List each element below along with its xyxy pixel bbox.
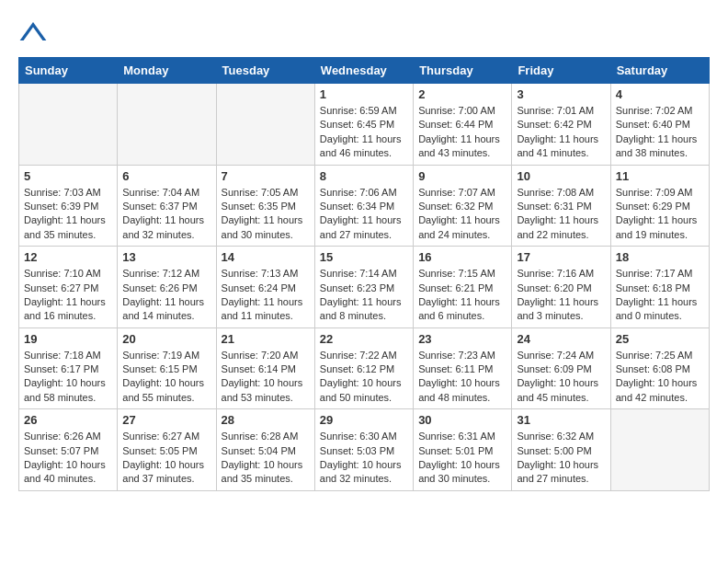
day-number: 4 (616, 87, 704, 101)
calendar-cell: 29Sunrise: 6:30 AMSunset: 5:03 PMDayligh… (314, 409, 413, 491)
day-number: 21 (222, 332, 310, 346)
calendar-cell: 25Sunrise: 7:25 AMSunset: 6:08 PMDayligh… (610, 327, 709, 409)
day-number: 15 (320, 250, 408, 264)
cell-content: Sunrise: 7:03 AMSunset: 6:39 PMDaylight:… (24, 186, 112, 243)
cell-content: Sunrise: 6:26 AMSunset: 5:07 PMDaylight:… (24, 430, 112, 487)
header-cell-friday: Friday (512, 58, 610, 84)
cell-content: Sunrise: 6:27 AMSunset: 5:05 PMDaylight:… (122, 430, 210, 487)
cell-content: Sunrise: 7:25 AMSunset: 6:08 PMDaylight:… (616, 349, 704, 406)
calendar-cell: 17Sunrise: 7:16 AMSunset: 6:20 PMDayligh… (512, 247, 610, 328)
day-number: 16 (418, 250, 506, 264)
calendar-cell (216, 84, 314, 166)
week-row-2: 12Sunrise: 7:10 AMSunset: 6:27 PMDayligh… (19, 247, 710, 328)
header-cell-thursday: Thursday (414, 58, 512, 84)
cell-content: Sunrise: 7:00 AMSunset: 6:44 PMDaylight:… (418, 104, 506, 161)
calendar-cell: 27Sunrise: 6:27 AMSunset: 5:05 PMDayligh… (118, 409, 216, 491)
cell-content: Sunrise: 7:05 AMSunset: 6:35 PMDaylight:… (222, 186, 310, 243)
header-cell-monday: Monday (118, 58, 216, 84)
day-number: 19 (24, 332, 112, 346)
cell-content: Sunrise: 7:16 AMSunset: 6:20 PMDaylight:… (517, 267, 605, 324)
day-number: 31 (517, 413, 605, 427)
cell-content: Sunrise: 7:09 AMSunset: 6:29 PMDaylight:… (616, 186, 704, 243)
day-number: 17 (517, 250, 605, 264)
cell-content: Sunrise: 7:04 AMSunset: 6:37 PMDaylight:… (122, 186, 210, 243)
header-cell-saturday: Saturday (610, 58, 709, 84)
cell-content: Sunrise: 7:06 AMSunset: 6:34 PMDaylight:… (320, 186, 408, 243)
cell-content: Sunrise: 7:10 AMSunset: 6:27 PMDaylight:… (24, 267, 112, 324)
day-number: 25 (616, 332, 704, 346)
calendar-cell: 1Sunrise: 6:59 AMSunset: 6:45 PMDaylight… (314, 84, 413, 166)
cell-content: Sunrise: 7:23 AMSunset: 6:11 PMDaylight:… (418, 349, 506, 406)
week-row-4: 26Sunrise: 6:26 AMSunset: 5:07 PMDayligh… (19, 409, 710, 491)
day-number: 20 (122, 332, 210, 346)
calendar-cell: 15Sunrise: 7:14 AMSunset: 6:23 PMDayligh… (314, 247, 413, 328)
day-number: 9 (418, 169, 506, 183)
day-number: 14 (222, 250, 310, 264)
cell-content: Sunrise: 7:01 AMSunset: 6:42 PMDaylight:… (517, 104, 605, 161)
cell-content: Sunrise: 6:59 AMSunset: 6:45 PMDaylight:… (320, 104, 408, 161)
header-cell-sunday: Sunday (19, 58, 118, 84)
day-number: 13 (122, 250, 210, 264)
day-number: 6 (122, 169, 210, 183)
calendar-cell: 14Sunrise: 7:13 AMSunset: 6:24 PMDayligh… (216, 247, 314, 328)
day-number: 28 (222, 413, 310, 427)
cell-content: Sunrise: 6:32 AMSunset: 5:00 PMDaylight:… (517, 430, 605, 487)
logo (18, 18, 51, 48)
calendar-cell: 28Sunrise: 6:28 AMSunset: 5:04 PMDayligh… (216, 409, 314, 491)
calendar-cell: 6Sunrise: 7:04 AMSunset: 6:37 PMDaylight… (118, 165, 216, 247)
cell-content: Sunrise: 7:12 AMSunset: 6:26 PMDaylight:… (122, 267, 210, 324)
day-number: 22 (320, 332, 408, 346)
calendar-cell: 7Sunrise: 7:05 AMSunset: 6:35 PMDaylight… (216, 165, 314, 247)
header-cell-tuesday: Tuesday (216, 58, 314, 84)
cell-content: Sunrise: 7:08 AMSunset: 6:31 PMDaylight:… (517, 186, 605, 243)
day-number: 23 (418, 332, 506, 346)
day-number: 5 (24, 169, 112, 183)
calendar-cell: 11Sunrise: 7:09 AMSunset: 6:29 PMDayligh… (610, 165, 709, 247)
day-number: 27 (122, 413, 210, 427)
calendar-cell: 26Sunrise: 6:26 AMSunset: 5:07 PMDayligh… (19, 409, 118, 491)
day-number: 3 (517, 87, 605, 101)
calendar-cell (19, 84, 118, 166)
calendar-cell: 31Sunrise: 6:32 AMSunset: 5:00 PMDayligh… (512, 409, 610, 491)
calendar-cell: 13Sunrise: 7:12 AMSunset: 6:26 PMDayligh… (118, 247, 216, 328)
calendar-cell: 21Sunrise: 7:20 AMSunset: 6:14 PMDayligh… (216, 327, 314, 409)
calendar-cell: 30Sunrise: 6:31 AMSunset: 5:01 PMDayligh… (414, 409, 512, 491)
cell-content: Sunrise: 7:02 AMSunset: 6:40 PMDaylight:… (616, 104, 704, 161)
calendar-table: SundayMondayTuesdayWednesdayThursdayFrid… (18, 57, 710, 491)
calendar-cell: 10Sunrise: 7:08 AMSunset: 6:31 PMDayligh… (512, 165, 610, 247)
cell-content: Sunrise: 6:30 AMSunset: 5:03 PMDaylight:… (320, 430, 408, 487)
calendar-cell: 20Sunrise: 7:19 AMSunset: 6:15 PMDayligh… (118, 327, 216, 409)
cell-content: Sunrise: 6:28 AMSunset: 5:04 PMDaylight:… (222, 430, 310, 487)
cell-content: Sunrise: 7:18 AMSunset: 6:17 PMDaylight:… (24, 349, 112, 406)
calendar-cell: 24Sunrise: 7:24 AMSunset: 6:09 PMDayligh… (512, 327, 610, 409)
calendar-cell: 16Sunrise: 7:15 AMSunset: 6:21 PMDayligh… (414, 247, 512, 328)
page-header (18, 18, 710, 48)
calendar-cell: 23Sunrise: 7:23 AMSunset: 6:11 PMDayligh… (414, 327, 512, 409)
day-number: 2 (418, 87, 506, 101)
cell-content: Sunrise: 7:17 AMSunset: 6:18 PMDaylight:… (616, 267, 704, 324)
day-number: 24 (517, 332, 605, 346)
cell-content: Sunrise: 7:19 AMSunset: 6:15 PMDaylight:… (122, 349, 210, 406)
calendar-cell (118, 84, 216, 166)
calendar-cell: 8Sunrise: 7:06 AMSunset: 6:34 PMDaylight… (314, 165, 413, 247)
calendar-cell (610, 409, 709, 491)
day-number: 29 (320, 413, 408, 427)
calendar-cell: 3Sunrise: 7:01 AMSunset: 6:42 PMDaylight… (512, 84, 610, 166)
cell-content: Sunrise: 7:07 AMSunset: 6:32 PMDaylight:… (418, 186, 506, 243)
day-number: 11 (616, 169, 704, 183)
day-number: 10 (517, 169, 605, 183)
week-row-0: 1Sunrise: 6:59 AMSunset: 6:45 PMDaylight… (19, 84, 710, 166)
calendar-cell: 19Sunrise: 7:18 AMSunset: 6:17 PMDayligh… (19, 327, 118, 409)
calendar-cell: 5Sunrise: 7:03 AMSunset: 6:39 PMDaylight… (19, 165, 118, 247)
week-row-3: 19Sunrise: 7:18 AMSunset: 6:17 PMDayligh… (19, 327, 710, 409)
calendar-cell: 22Sunrise: 7:22 AMSunset: 6:12 PMDayligh… (314, 327, 413, 409)
cell-content: Sunrise: 7:22 AMSunset: 6:12 PMDaylight:… (320, 349, 408, 406)
calendar-cell: 9Sunrise: 7:07 AMSunset: 6:32 PMDaylight… (414, 165, 512, 247)
cell-content: Sunrise: 7:14 AMSunset: 6:23 PMDaylight:… (320, 267, 408, 324)
calendar-cell: 2Sunrise: 7:00 AMSunset: 6:44 PMDaylight… (414, 84, 512, 166)
day-number: 8 (320, 169, 408, 183)
calendar-cell: 18Sunrise: 7:17 AMSunset: 6:18 PMDayligh… (610, 247, 709, 328)
day-number: 30 (418, 413, 506, 427)
cell-content: Sunrise: 7:20 AMSunset: 6:14 PMDaylight:… (222, 349, 310, 406)
logo-icon (18, 18, 48, 48)
